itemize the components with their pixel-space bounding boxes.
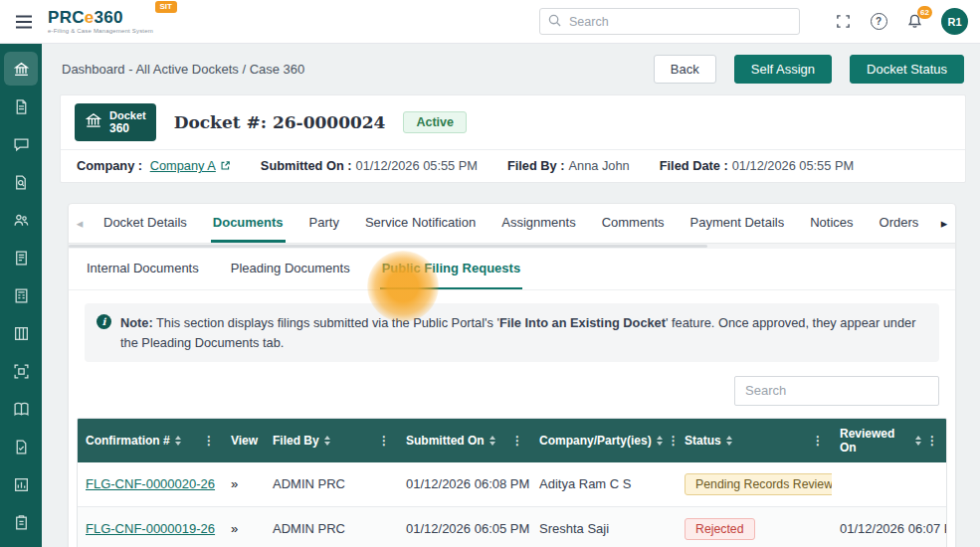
tab-notices[interactable]: Notices [808,204,855,243]
subtab-public-filing-requests[interactable]: Public Filing Requests [380,249,522,289]
tabs-scroll-left-icon[interactable]: ◂ [69,204,91,243]
column-reviewed-on[interactable]: Reviewed On⋮ [832,419,946,462]
info-icon: i [97,314,111,329]
tab-comments[interactable]: Comments [600,204,667,243]
expand-row-icon[interactable]: » [231,476,238,491]
column-menu-icon[interactable]: ⋮ [378,434,390,448]
docket-header-band: Docket 360 Docket #: 26-0000024 Active C… [60,94,966,183]
docket-status-badge: Active [403,111,467,133]
tab-party[interactable]: Party [307,204,341,243]
column-status[interactable]: Status⋮ [677,419,832,462]
docket-badge-title: Docket [109,109,146,122]
sidebar-item-reports[interactable] [4,430,38,463]
breadcrumb-link[interactable]: Dashboard - All Active Dockets [62,62,239,77]
external-link-icon [220,160,231,171]
expand-row-icon[interactable]: » [231,521,238,536]
case-search-icon [13,174,30,191]
self-assign-button[interactable]: Self Assign [734,55,832,84]
filed-by-cell: ADMIN PRC [265,506,398,547]
tabs-strip: Docket Details Documents Party Service N… [91,204,933,243]
sidebar-item-dockets[interactable] [4,90,38,123]
column-confirmation[interactable]: Confirmation #⋮ [78,419,223,462]
tab-docket-details[interactable]: Docket Details [101,204,189,243]
filed-by-field: Filed By :Anna John [507,158,630,173]
sidebar-item-home[interactable] [4,52,38,86]
sort-icon[interactable] [324,436,330,446]
info-note: i Note: This section displays filings su… [85,303,939,361]
sidebar-item-analytics[interactable] [4,467,38,501]
tabs-scrollbar-thumb[interactable] [69,245,707,248]
filed-date-field: Filed Date :01/12/2026 05:55 PM [660,158,854,173]
status-badge: Pending Records Review [685,473,832,495]
confirmation-link[interactable]: FLG-CNF-0000019-26 [86,521,215,536]
tab-documents[interactable]: Documents [211,204,286,243]
column-company-party[interactable]: Company/Party(ies)⋮ [531,419,677,462]
column-menu-icon[interactable]: ⋮ [203,434,215,448]
party-cell: Sreshta Saji [531,506,677,547]
grid-header-row: Confirmation #⋮ View Filed By⋮ Submitted… [78,419,946,462]
global-search[interactable] [539,8,800,35]
docket-360-badge: Docket 360 [75,103,156,141]
sidebar-item-billing[interactable] [4,278,38,312]
column-menu-icon[interactable]: ⋮ [511,434,523,448]
top-bar: PRCe360 e-Filing & Case Management Syste… [0,0,980,44]
billing-grid-icon [13,287,30,304]
sidebar-item-scan[interactable] [4,354,38,388]
main-content: Dashboard - All Active Dockets / Case 36… [42,44,980,547]
sidebar-item-filings[interactable] [4,241,38,274]
subtab-internal-documents[interactable]: Internal Documents [85,249,201,289]
column-menu-icon[interactable]: ⋮ [926,434,938,448]
column-menu-icon[interactable]: ⋮ [668,434,680,448]
reviewed-on-cell [832,462,946,507]
bar-chart-icon [13,476,30,493]
subtab-pleading-documents[interactable]: Pleading Documents [229,249,352,289]
help-icon[interactable]: ? [864,7,893,37]
sort-icon[interactable] [726,436,732,446]
sort-icon[interactable] [490,436,495,446]
task-board-icon [13,325,30,342]
company-link[interactable]: Company A [150,158,231,173]
home-bank-icon [13,61,30,78]
book-icon [13,401,30,418]
logo-tagline: e-Filing & Case Management System [48,28,153,34]
tab-orders[interactable]: Orders [878,204,921,243]
sidebar-item-task-board[interactable] [4,316,38,350]
notifications-bell-icon[interactable]: 62 [899,7,929,37]
sort-icon[interactable] [657,436,663,446]
submitted-on-cell: 01/12/2026 06:08 PM [398,462,531,507]
logo-text: PRCe360 [48,9,153,26]
tab-payment-details[interactable]: Payment Details [688,204,787,243]
hamburger-menu-icon[interactable] [0,15,48,29]
sidebar-item-case-search[interactable] [4,165,38,199]
clipboard-icon [13,514,30,531]
user-avatar[interactable]: R1 [941,8,968,35]
global-search-input[interactable] [567,14,791,30]
sidebar-item-library[interactable] [4,392,38,426]
report-check-icon [13,439,30,456]
grid-search-input[interactable] [734,376,939,406]
column-view[interactable]: View [223,419,265,462]
submitted-on-cell: 01/12/2026 06:05 PM [398,506,531,547]
confirmation-link[interactable]: FLG-CNF-0000020-26 [86,476,215,491]
docket-info-row: Company : Company A Submitted On :01/12/… [61,149,965,182]
fullscreen-icon[interactable] [828,7,858,37]
table-row: FLG-CNF-0000020-26 » ADMIN PRC 01/12/202… [78,462,946,507]
sidebar-item-clipboard[interactable] [4,505,38,539]
company-field: Company : Company A [77,158,231,173]
table-row: FLG-CNF-0000019-26 » ADMIN PRC 01/12/202… [78,506,946,547]
sort-icon[interactable] [915,436,921,446]
tab-service-notification[interactable]: Service Notification [363,204,478,243]
tab-assignments[interactable]: Assignments [499,204,577,243]
column-submitted-on[interactable]: Submitted On⋮ [398,419,531,462]
app-logo[interactable]: PRCe360 e-Filing & Case Management Syste… [48,9,153,34]
back-button[interactable]: Back [654,55,716,84]
breadcrumb-row: Dashboard - All Active Dockets / Case 36… [42,44,980,92]
tabs-scroll-right-icon[interactable]: ▸ [933,204,955,243]
sidebar-item-messages[interactable] [4,127,38,161]
sort-icon[interactable] [175,436,181,446]
column-menu-icon[interactable]: ⋮ [812,434,824,448]
docket-status-button[interactable]: Docket Status [850,55,964,84]
column-filed-by[interactable]: Filed By⋮ [265,419,398,462]
scan-icon [13,363,30,380]
sidebar-item-users[interactable] [4,203,38,237]
